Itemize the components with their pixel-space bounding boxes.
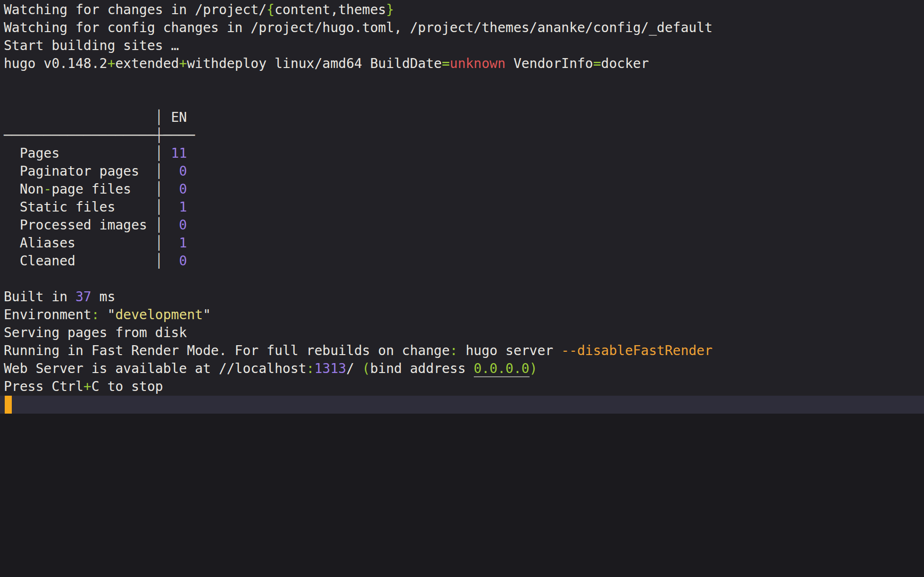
stats-row-pages: Pages │ 11 [0,144,924,162]
stats-row-static-files: Static files │ 1 [0,198,924,216]
stats-row-non-page-files: Non-page files │ 0 [0,180,924,198]
log-press-ctrl-c: Press Ctrl+C to stop [0,378,924,396]
log-watching-changes: Watching for changes in /project/{conten… [0,1,924,19]
active-prompt-line [0,396,924,414]
blank-line [0,91,924,109]
bind-address-link[interactable]: 0.0.0.0 [474,361,530,377]
log-hugo-version: hugo v0.148.2+extended+withdeploy linux/… [0,55,924,73]
stats-row-processed-images: Processed images │ 0 [0,216,924,234]
log-serving-pages: Serving pages from disk [0,324,924,342]
stats-separator-row: ───────────────────┼──── [0,127,924,144]
stats-header-row: │ EN [0,109,924,127]
log-built-in: Built in 37 ms [0,288,924,306]
terminal: Watching for changes in /project/{conten… [0,0,924,577]
terminal-content: Watching for changes in /project/{conten… [0,0,924,396]
stats-row-cleaned: Cleaned │ 0 [0,252,924,270]
log-fast-render: Running in Fast Render Mode. For full re… [0,342,924,360]
log-watching-config: Watching for config changes in /project/… [0,19,924,37]
blank-line [0,73,924,91]
stats-row-aliases: Aliases │ 1 [0,234,924,252]
blank-line [0,270,924,288]
terminal-cursor [5,396,12,414]
log-start-building: Start building sites … [0,37,924,55]
log-environment: Environment: "development" [0,306,924,324]
stats-row-paginator-pages: Paginator pages │ 0 [0,162,924,180]
log-web-server: Web Server is available at //localhost:1… [0,360,924,378]
